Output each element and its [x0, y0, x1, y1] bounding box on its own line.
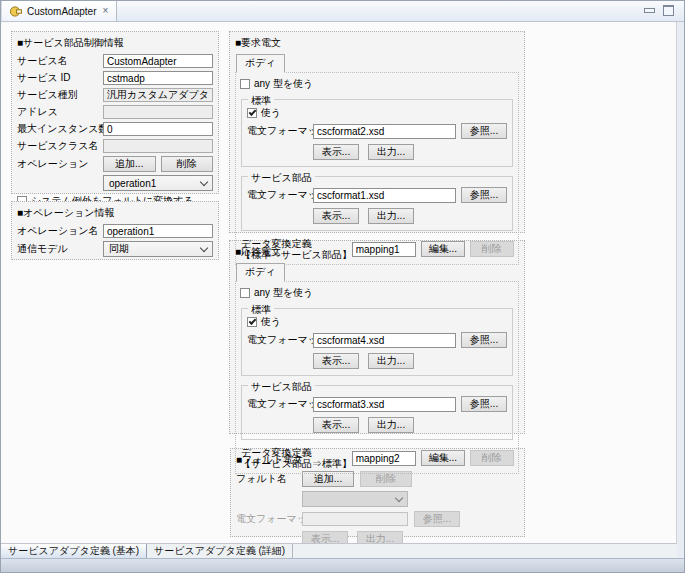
response-servicepart-browse-button[interactable]: 参照...	[461, 396, 507, 412]
editor-tab-customadapter[interactable]: CustomAdapter ×	[1, 1, 117, 21]
fault-name-label: フォルト名	[236, 472, 302, 486]
response-servicepart-format-input[interactable]	[313, 397, 456, 412]
operation-info-panel: ■オペレーション情報 オペレーション名 通信モデル 同期	[11, 201, 219, 260]
tab-adapter-detail[interactable]: サービスアダプタ定義 (詳細)	[147, 544, 293, 558]
close-icon[interactable]: ×	[101, 6, 109, 16]
response-servicepart-output-button[interactable]: 出力...	[368, 417, 414, 433]
format-label: 電文フォーマット	[247, 124, 313, 138]
tab-adapter-basic[interactable]: サービスアダプタ定義 (基本)	[1, 544, 147, 558]
max-instances-input[interactable]	[103, 122, 213, 136]
operation-select-row: operation1	[17, 175, 213, 191]
response-body-panel: any 型を使う 標準 使う 電文フォーマット 参照... 表示...	[235, 281, 519, 474]
service-type-field	[103, 88, 213, 102]
response-any-checkbox[interactable]	[240, 288, 250, 298]
comm-model-select[interactable]: 同期	[103, 241, 213, 257]
response-servicepart-format-row: 電文フォーマット 参照...	[247, 396, 507, 412]
fault-name-select	[302, 491, 408, 507]
request-standard-group: 標準 使う 電文フォーマット 参照... 表示... 出力...	[241, 99, 513, 167]
request-servicepart-format-row: 電文フォーマット 参照...	[247, 187, 507, 203]
request-standard-output-button[interactable]: 出力...	[368, 144, 414, 160]
chevron-down-icon	[200, 243, 208, 251]
response-use-row: 使う	[247, 315, 507, 328]
minimize-icon[interactable]	[644, 8, 655, 13]
service-class-row: サービスクラス名	[17, 139, 213, 153]
response-standard-show-button[interactable]: 表示...	[313, 353, 359, 369]
service-type-label: サービス種別	[17, 88, 103, 102]
response-mapping-edit-button[interactable]: 編集...	[421, 450, 465, 466]
request-servicepart-output-button[interactable]: 出力...	[368, 208, 414, 224]
response-body-tab[interactable]: ボディ	[236, 263, 285, 282]
editor-tabbar: CustomAdapter ×	[1, 1, 684, 22]
service-id-row: サービス ID	[17, 71, 213, 85]
comm-model-value: 同期	[109, 242, 201, 256]
request-mapping-label: データ変換定義 【標準⇒サービス部品】	[241, 238, 352, 260]
request-mapping-edit-button[interactable]: 編集...	[421, 241, 465, 257]
operation-select[interactable]: operation1	[103, 175, 213, 191]
view-toolbar	[644, 1, 684, 21]
operation-name-input[interactable]	[103, 224, 213, 238]
request-servicepart-show-button[interactable]: 表示...	[313, 208, 359, 224]
request-use-checkbox[interactable]	[247, 108, 257, 118]
request-servicepart-browse-button[interactable]: 参照...	[461, 187, 507, 203]
response-any-label: any 型を使う	[254, 286, 313, 300]
response-standard-format-input[interactable]	[313, 333, 456, 348]
response-standard-browse-button[interactable]: 参照...	[461, 332, 507, 348]
response-servicepart-show-button[interactable]: 表示...	[313, 417, 359, 433]
chevron-down-icon	[200, 177, 208, 185]
response-standard-output-button[interactable]: 出力...	[368, 353, 414, 369]
service-control-heading: ■サービス部品制御情報	[17, 36, 213, 50]
service-class-field	[103, 139, 213, 153]
response-standard-group: 標準 使う 電文フォーマット 参照... 表示... 出力...	[241, 308, 513, 376]
editor-content: ■サービス部品制御情報 サービス名 サービス ID サービス種別 アドレス 最大…	[1, 22, 677, 545]
request-body-tab[interactable]: ボディ	[236, 54, 285, 73]
request-message-panel: ■要求電文 ボディ any 型を使う 標準 使う 電文フォーマット	[229, 31, 525, 233]
adapter-icon	[9, 5, 22, 18]
request-standard-title: 標準	[248, 94, 274, 108]
comm-model-label: 通信モデル	[17, 242, 103, 256]
service-name-label: サービス名	[17, 54, 103, 68]
max-instances-label: 最大インスタンス数	[17, 122, 103, 136]
maximize-icon[interactable]	[663, 5, 674, 16]
service-id-input[interactable]	[103, 71, 213, 85]
right-window-trim	[676, 22, 684, 559]
response-mapping-input[interactable]	[352, 451, 416, 466]
response-standard-title: 標準	[248, 303, 274, 317]
request-heading: ■要求電文	[235, 36, 519, 50]
response-use-checkbox[interactable]	[247, 317, 257, 327]
operation-label: オペレーション	[17, 157, 103, 171]
address-label: アドレス	[17, 105, 103, 119]
request-any-row: any 型を使う	[240, 77, 514, 90]
address-row: アドレス	[17, 105, 213, 119]
operation-info-heading: ■オペレーション情報	[17, 206, 213, 220]
service-name-input[interactable]	[103, 54, 213, 68]
fault-browse-button: 参照...	[414, 511, 460, 527]
operation-buttons-row: オペレーション 追加... 削除	[17, 156, 213, 172]
operation-name-label: オペレーション名	[17, 224, 103, 238]
window-bottom-strip	[1, 558, 684, 572]
request-any-label: any 型を使う	[254, 77, 313, 91]
operation-name-row: オペレーション名	[17, 224, 213, 238]
request-standard-show-button[interactable]: 表示...	[313, 144, 359, 160]
response-any-row: any 型を使う	[240, 286, 514, 299]
request-mapping-input[interactable]	[352, 242, 416, 257]
fault-select-row	[236, 491, 519, 507]
request-standard-actions: 表示... 出力...	[313, 144, 507, 160]
operation-add-button[interactable]: 追加...	[103, 156, 156, 172]
format-label: 電文フォーマット	[247, 333, 313, 347]
response-servicepart-title: サービス部品	[248, 380, 315, 394]
operation-delete-button[interactable]: 削除	[161, 156, 214, 172]
request-standard-format-input[interactable]	[313, 124, 456, 139]
response-mapping-label: データ変換定義 【サービス部品⇒標準】	[241, 447, 352, 469]
request-any-checkbox[interactable]	[240, 79, 250, 89]
request-servicepart-format-input[interactable]	[313, 188, 456, 203]
format-label: 電文フォーマット	[247, 397, 313, 411]
request-servicepart-group: サービス部品 電文フォーマット 参照... 表示... 出力...	[241, 176, 513, 231]
response-mapping-delete-button: 削除	[470, 450, 514, 466]
request-mapping-delete-button: 削除	[470, 241, 514, 257]
request-servicepart-title: サービス部品	[248, 171, 315, 185]
editor-tab-title: CustomAdapter	[27, 6, 96, 17]
response-standard-format-row: 電文フォーマット 参照...	[247, 332, 507, 348]
format-label: 電文フォーマット	[247, 188, 313, 202]
request-standard-browse-button[interactable]: 参照...	[461, 123, 507, 139]
request-standard-format-row: 電文フォーマット 参照...	[247, 123, 507, 139]
